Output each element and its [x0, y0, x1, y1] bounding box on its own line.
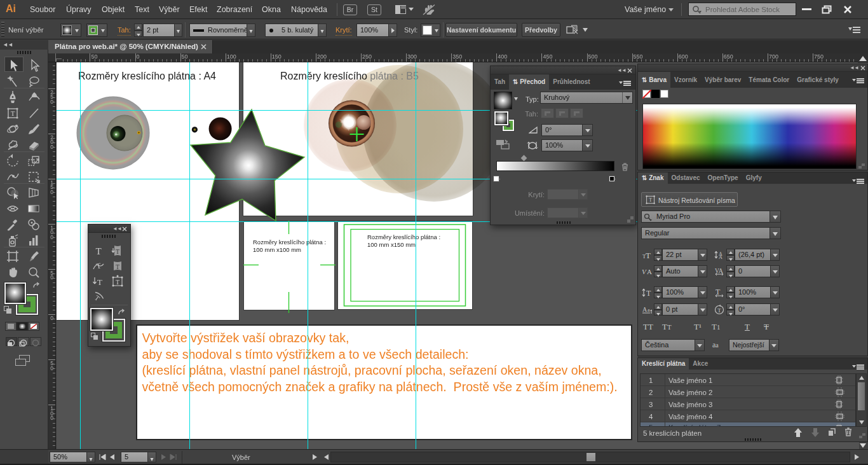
svg-text:a: a [648, 307, 650, 313]
svg-text:T: T [11, 109, 15, 117]
svg-text:V: V [642, 268, 647, 275]
svg-text:T: T [93, 294, 102, 303]
svg-text:T: T [116, 263, 119, 270]
svg-text:T: T [649, 197, 652, 203]
svg-text:T: T [116, 279, 119, 286]
svg-text:T: T [116, 248, 119, 255]
svg-text:A: A [647, 268, 652, 275]
svg-text:A: A [642, 306, 648, 313]
svg-text:T: T [717, 307, 721, 314]
svg-text:T: T [646, 289, 651, 298]
svg-text:T: T [646, 251, 651, 260]
svg-text:T: T [97, 277, 102, 287]
svg-text:T: T [95, 246, 101, 256]
svg-text:A: A [719, 254, 722, 260]
